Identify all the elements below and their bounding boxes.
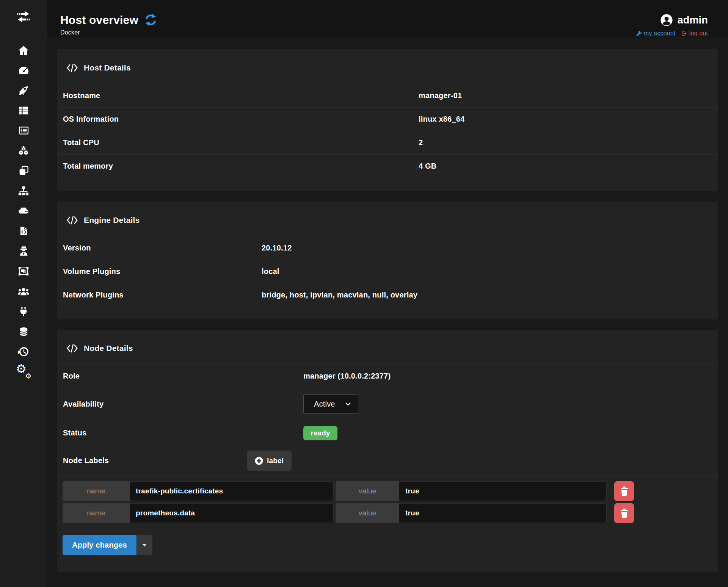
- table-row: Volume Plugins local: [57, 260, 718, 283]
- sidebar-item-auth-logs[interactable]: [0, 341, 47, 362]
- cogs-icon: ⚙⚙: [17, 365, 30, 378]
- table-row: Total memory 4 GB: [57, 155, 718, 178]
- log-out-link[interactable]: log out: [682, 30, 708, 37]
- sidebar-item-app-templates[interactable]: [0, 80, 47, 100]
- name-addon: name: [63, 481, 130, 501]
- apply-changes-button[interactable]: Apply changes: [63, 535, 136, 555]
- sidebar-item-services[interactable]: [0, 121, 47, 141]
- sidebar: ⚙⚙: [0, 0, 47, 587]
- sidebar-item-containers[interactable]: [0, 141, 47, 161]
- engine-details-panel: Engine Details Version 20.10.12 Volume P…: [57, 202, 718, 319]
- label-value-input[interactable]: [399, 481, 607, 501]
- sign-out-icon: [682, 31, 687, 36]
- trash-icon: [620, 509, 629, 518]
- content: Host Details Hostname manager-01 OS Info…: [47, 37, 728, 587]
- sidebar-item-networks[interactable]: [0, 181, 47, 201]
- node-details-panel: Node Details Role manager (10.0.0.2:2377…: [57, 330, 718, 572]
- configs-icon: [19, 225, 28, 236]
- node-labels-editor: name value name value: [57, 476, 718, 523]
- table-row: OS Information linux x86_64: [57, 108, 718, 131]
- table-row: Version 20.10.12: [57, 236, 718, 260]
- actions: Apply changes: [57, 529, 718, 555]
- code-icon: [66, 63, 78, 73]
- value-addon: value: [336, 481, 399, 501]
- engine-details-header: Engine Details: [57, 202, 718, 236]
- status-badge: ready: [303, 426, 337, 440]
- sidebar-item-images[interactable]: [0, 161, 47, 181]
- images-icon: [18, 165, 29, 176]
- sidebar-item-registries[interactable]: [0, 321, 47, 341]
- my-account-link[interactable]: my account: [636, 30, 676, 37]
- user-row: admin: [660, 14, 708, 27]
- label-row: name value: [63, 503, 718, 523]
- sidebar-item-dashboard[interactable]: [0, 60, 47, 80]
- label-name-input[interactable]: [130, 481, 334, 501]
- code-icon: [66, 215, 78, 225]
- collapse-sidebar-icon: [17, 10, 30, 23]
- sidebar-item-environments[interactable]: [0, 301, 47, 321]
- role-value: manager (10.0.0.2:2377): [303, 372, 712, 380]
- dashboard-icon: [18, 64, 30, 76]
- node-details-header: Node Details: [57, 330, 718, 365]
- caret-down-icon: [142, 544, 147, 546]
- sidebar-item-secrets[interactable]: [0, 241, 47, 261]
- sidebar-item-settings[interactable]: ⚙⚙: [0, 362, 47, 382]
- refresh-button[interactable]: [144, 14, 157, 26]
- sidebar-item-users[interactable]: [0, 281, 47, 301]
- value-addon: value: [336, 503, 399, 523]
- code-icon: [66, 343, 78, 353]
- plus-circle-icon: [255, 457, 263, 465]
- table-row: Role manager (10.0.0.2:2377): [57, 365, 718, 388]
- name-addon: name: [63, 503, 130, 523]
- sidebar-collapse-button[interactable]: [17, 10, 30, 23]
- user-circle-icon: [660, 14, 673, 27]
- refresh-icon: [144, 14, 157, 26]
- sidebar-item-host[interactable]: [0, 261, 47, 281]
- sidebar-nav: ⚙⚙: [0, 40, 47, 382]
- table-row: Total CPU 2: [57, 131, 718, 155]
- rocket-icon: [18, 85, 29, 96]
- availability-select[interactable]: Active: [303, 394, 358, 414]
- delete-label-button[interactable]: [614, 503, 634, 523]
- table-row: Hostname manager-01: [57, 84, 718, 108]
- apply-changes-dropdown-button[interactable]: [136, 535, 152, 555]
- breadcrumb: Docker: [60, 30, 728, 36]
- trash-icon: [620, 487, 629, 496]
- page-header: Host overview Docker admin my account lo…: [47, 0, 728, 37]
- delete-label-button[interactable]: [614, 481, 634, 501]
- host-icon: [18, 266, 29, 277]
- sidebar-item-volumes[interactable]: [0, 201, 47, 221]
- secrets-icon: [18, 246, 29, 257]
- table-row: Node Labels label: [57, 446, 718, 476]
- panel-title: Host Details: [84, 63, 131, 72]
- containers-icon: [18, 145, 29, 157]
- plug-icon: [18, 306, 29, 317]
- sidebar-item-stacks[interactable]: [0, 100, 47, 121]
- user-block: admin my account log out: [636, 14, 708, 37]
- table-row: Availability Active: [57, 388, 718, 420]
- main: Host overview Docker admin my account lo…: [47, 0, 728, 587]
- sidebar-item-home[interactable]: [0, 40, 47, 60]
- label-row: name value: [63, 481, 718, 501]
- label-name-input[interactable]: [130, 503, 334, 523]
- label-value-input[interactable]: [399, 503, 607, 523]
- database-icon: [19, 326, 29, 337]
- table-row: Network Plugins bridge, host, ipvlan, ma…: [57, 283, 718, 307]
- app: ⚙⚙ Host overview Docker admin my account: [0, 0, 728, 587]
- page-title: Host overview: [60, 14, 138, 26]
- users-icon: [17, 286, 30, 297]
- wrench-icon: [636, 31, 642, 36]
- services-icon: [18, 125, 29, 136]
- host-details-panel: Host Details Hostname manager-01 OS Info…: [57, 49, 718, 191]
- sidebar-item-configs[interactable]: [0, 221, 47, 241]
- networks-icon: [18, 185, 29, 197]
- user-links: my account log out: [636, 30, 708, 37]
- host-details-header: Host Details: [57, 49, 718, 84]
- volumes-icon: [18, 205, 29, 217]
- add-label-button[interactable]: label: [247, 451, 292, 471]
- stacks-icon: [18, 105, 29, 116]
- username: admin: [677, 14, 708, 26]
- panel-title: Engine Details: [84, 216, 140, 225]
- home-icon: [18, 45, 29, 56]
- history-icon: [18, 346, 29, 357]
